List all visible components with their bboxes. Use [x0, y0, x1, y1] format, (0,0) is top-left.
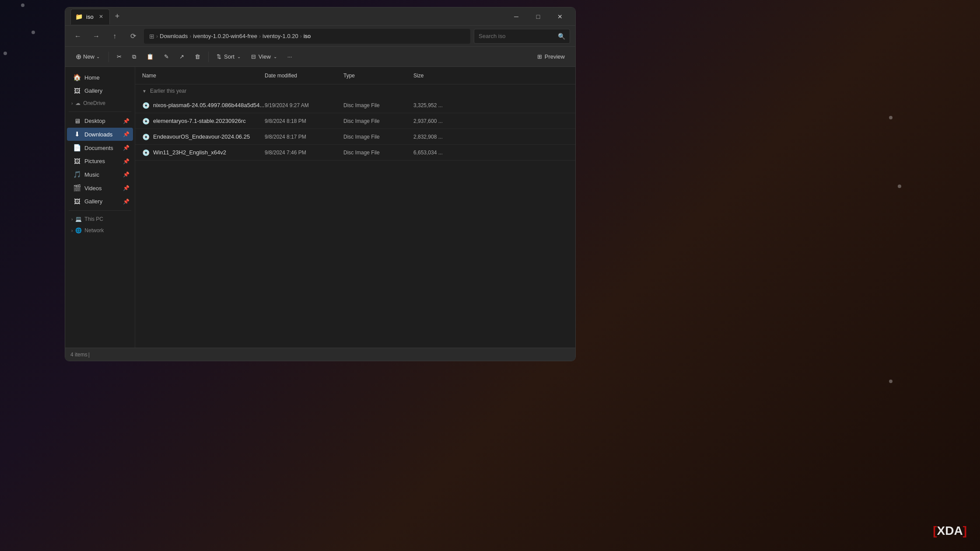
up-button[interactable]: ↑	[107, 29, 122, 44]
table-row[interactable]: 💿 nixos-plasma6-24.05.4997.086b448a5d54.…	[135, 98, 575, 113]
sidebar-item-music[interactable]: 🎵 Music 📌	[67, 168, 133, 181]
sidebar-item-home[interactable]: 🏠 Home	[67, 71, 133, 84]
breadcrumb-sep-1: ›	[189, 33, 191, 39]
col-header-type[interactable]: Type	[343, 73, 413, 79]
network-expand-icon: ›	[71, 228, 73, 233]
forward-button[interactable]: →	[89, 29, 104, 44]
sidebar-onedrive-header[interactable]: › ☁ OneDrive	[65, 98, 135, 109]
column-headers: Name Date modified Type Size	[135, 67, 575, 84]
tab-title: iso	[86, 14, 94, 20]
dot	[889, 116, 892, 119]
dot	[21, 3, 24, 7]
sidebar: 🏠 Home 🖼 Gallery › ☁ OneDrive 🖥 Desktop …	[65, 67, 135, 348]
dot	[898, 185, 901, 188]
sidebar-item-label-gallery: Gallery	[84, 87, 102, 94]
view-icon: ⊟	[251, 53, 256, 60]
more-button[interactable]: ···	[283, 50, 297, 64]
toolbar: ⊕ New ⌄ ✂ ⧉ 📋 ✎ ↗ 🗑 ⇅ Sort ⌄ ⊟ View ⌄ ··…	[65, 47, 575, 67]
sidebar-item-pictures[interactable]: 🖼 Pictures 📌	[67, 155, 133, 167]
breadcrumb-iventoy-free[interactable]: iventoy-1.0.20-win64-free	[193, 33, 257, 39]
tab-close-button[interactable]: ✕	[99, 14, 103, 20]
table-row[interactable]: 💿 EndeavourOS_Endeavour-2024.06.25 9/8/2…	[135, 129, 575, 145]
close-button[interactable]: ✕	[550, 10, 570, 24]
sidebar-item-documents[interactable]: 📄 Documents 📌	[67, 141, 133, 154]
file-type-3: Disc Image File	[343, 150, 413, 156]
breadcrumb[interactable]: ⊞ › Downloads › iventoy-1.0.20-win64-fre…	[144, 29, 470, 44]
pin-icon-downloads: 📌	[123, 131, 130, 137]
preview-button[interactable]: ⊞ Preview	[532, 50, 570, 64]
copy-button[interactable]: ⧉	[128, 50, 140, 64]
cut-button[interactable]: ✂	[112, 50, 126, 64]
sidebar-item-label-network: Network	[84, 227, 104, 234]
search-box[interactable]: 🔍	[474, 29, 570, 44]
tab-folder-icon: 📁	[75, 13, 83, 20]
pictures-icon: 🖼	[73, 157, 81, 165]
sidebar-item-videos[interactable]: 🎬 Videos 📌	[67, 181, 133, 195]
sidebar-separator-1	[69, 112, 131, 112]
dot	[32, 31, 35, 34]
sidebar-item-downloads[interactable]: ⬇ Downloads 📌	[67, 128, 133, 141]
breadcrumb-iventoy[interactable]: iventoy-1.0.20	[262, 33, 298, 39]
rename-button[interactable]: ✎	[160, 50, 173, 64]
pin-icon-gallery2: 📌	[123, 199, 130, 205]
search-input[interactable]	[479, 33, 555, 39]
pin-icon-pictures: 📌	[123, 158, 130, 164]
preview-label: Preview	[545, 53, 565, 60]
file-size-2: 2,832,908 ...	[413, 134, 466, 140]
group-collapse-icon[interactable]: ▼	[142, 89, 147, 94]
disc-image-icon-3: 💿	[142, 149, 150, 156]
sidebar-item-gallery[interactable]: 🖼 Gallery	[67, 84, 133, 97]
group-header-earlier: ▼ Earlier this year	[135, 84, 575, 98]
music-icon: 🎵	[73, 171, 81, 178]
sidebar-item-label-onedrive: OneDrive	[83, 100, 105, 106]
new-button[interactable]: ⊕ New ⌄	[70, 50, 105, 64]
sidebar-item-gallery2[interactable]: 🖼 Gallery 📌	[67, 195, 133, 208]
toolbar-separator-1	[108, 52, 109, 62]
col-header-date[interactable]: Date modified	[265, 73, 343, 79]
file-size-0: 3,325,952 ...	[413, 102, 466, 108]
dot	[889, 380, 892, 383]
active-tab[interactable]: 📁 iso ✕	[70, 9, 110, 24]
sort-button[interactable]: ⇅ Sort ⌄	[212, 50, 245, 64]
share-button[interactable]: ↗	[175, 50, 189, 64]
search-icon: 🔍	[558, 33, 565, 40]
sort-chevron: ⌄	[237, 54, 241, 59]
sidebar-item-desktop[interactable]: 🖥 Desktop 📌	[67, 115, 133, 127]
breadcrumb-downloads[interactable]: Downloads	[160, 33, 188, 39]
breadcrumb-icon: ⊞	[149, 33, 154, 40]
col-header-name[interactable]: Name	[142, 73, 265, 79]
sidebar-item-label-home: Home	[84, 74, 100, 81]
sort-icon: ⇅	[217, 53, 221, 60]
thispc-icon: 💻	[75, 216, 82, 222]
add-tab-button[interactable]: +	[115, 12, 120, 21]
col-header-size[interactable]: Size	[413, 73, 466, 79]
table-row[interactable]: 💿 Win11_23H2_English_x64v2 9/8/2024 7:46…	[135, 145, 575, 160]
file-type-2: Disc Image File	[343, 134, 413, 140]
toolbar-separator-2	[208, 52, 209, 62]
group-label: Earlier this year	[150, 88, 186, 94]
file-name-2: 💿 EndeavourOS_Endeavour-2024.06.25	[142, 133, 265, 140]
refresh-button[interactable]: ⟳	[126, 29, 140, 44]
sidebar-network-header[interactable]: › 🌐 Network	[65, 225, 135, 236]
videos-icon: 🎬	[73, 184, 81, 192]
sidebar-thispc-header[interactable]: › 💻 This PC	[65, 213, 135, 225]
dot	[4, 52, 7, 55]
view-button[interactable]: ⊟ View ⌄	[247, 50, 281, 64]
view-chevron: ⌄	[273, 54, 277, 59]
file-type-0: Disc Image File	[343, 102, 413, 108]
disc-image-icon-0: 💿	[142, 102, 150, 109]
delete-button[interactable]: 🗑	[190, 50, 205, 64]
back-button[interactable]: ←	[70, 29, 85, 44]
file-name-0: 💿 nixos-plasma6-24.05.4997.086b448a5d54.…	[142, 102, 265, 109]
status-bar: 4 items |	[65, 348, 575, 361]
gallery-icon: 🖼	[73, 87, 81, 94]
paste-button[interactable]: 📋	[142, 50, 158, 64]
maximize-button[interactable]: □	[528, 10, 548, 24]
item-count: 4 items	[70, 352, 88, 358]
sidebar-item-label-desktop: Desktop	[84, 118, 105, 124]
gallery2-icon: 🖼	[73, 198, 81, 205]
minimize-button[interactable]: ─	[506, 10, 526, 24]
table-row[interactable]: 💿 elementaryos-7.1-stable.20230926rc 9/8…	[135, 113, 575, 129]
pin-icon-music: 📌	[123, 171, 130, 178]
breadcrumb-sep-0: ›	[156, 33, 158, 39]
